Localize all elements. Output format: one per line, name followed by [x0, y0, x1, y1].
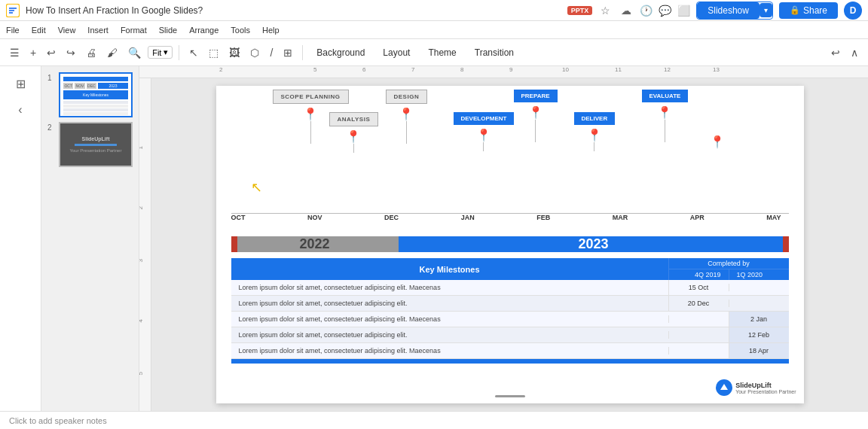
slideshow-dropdown-button[interactable]: ▾	[760, 3, 772, 17]
design-box: DESIGN	[386, 90, 428, 104]
slide-number-2: 2	[47, 122, 55, 132]
grid-icon[interactable]: ⊞	[11, 72, 30, 96]
toolbar-paint-icon[interactable]: 🖌	[103, 45, 121, 60]
milestone-date2-4: 12 Feb	[729, 327, 789, 342]
ruler-mark-9: 9	[509, 66, 512, 73]
cloud-icon: ☁	[619, 5, 634, 17]
menu-arrange[interactable]: Arrange	[189, 26, 219, 35]
thumbnail-1[interactable]: 1 OCT NOV DEC 2023 Key Milestones	[47, 72, 133, 117]
menu-bar: File Edit View Insert Format Slide Arran…	[0, 21, 868, 39]
toolbar-line-icon[interactable]: /	[266, 45, 277, 60]
expand-icon[interactable]: ⬜	[677, 5, 690, 17]
slide-canvas[interactable]: SCOPE PLANNING 📍 ANALYSIS 📍	[216, 86, 804, 403]
menu-slide[interactable]: Slide	[159, 26, 177, 35]
document-title: How To Insert An Fraction In Google Slid…	[26, 5, 561, 16]
toolbar-redo-icon[interactable]: ↪	[63, 45, 79, 60]
development-box: DEVELOPMENT	[454, 112, 515, 125]
thumbnail-2[interactable]: 2 SlideUpLift Your Presentation Partner	[47, 122, 133, 167]
right-buttons: 🕐 💬 ⬜ Slideshow ▾ 🔒 Share D	[640, 2, 862, 20]
zoom-dropdown-icon: ▾	[164, 47, 168, 57]
toolbar-undo-icon[interactable]: ↩	[43, 45, 60, 60]
ruler-mark-2: 2	[219, 66, 222, 73]
month-dec: DEC	[384, 214, 399, 221]
year-bar-2023: 2023	[399, 236, 789, 252]
milestones-footer	[231, 359, 789, 364]
completed-by-label: Completed by	[669, 258, 789, 269]
nov-vline	[353, 144, 354, 153]
milestone-date1-1: 15 Oct	[668, 280, 729, 295]
toolbar-more-icon[interactable]: ⊞	[280, 45, 296, 60]
app-icon	[6, 4, 20, 17]
completed-by-section: Completed by 4Q 2019 1Q 2020	[668, 258, 789, 280]
slide-thumb-1[interactable]: OCT NOV DEC 2023 Key Milestones	[59, 72, 133, 117]
month-nov: NOV	[307, 214, 322, 221]
toolbar-select-icon[interactable]: ⬚	[205, 45, 222, 60]
lock-icon: 🔒	[790, 5, 800, 15]
theme-button[interactable]: Theme	[420, 44, 463, 61]
mar-vline	[594, 142, 594, 151]
apr-pin: 📍	[657, 105, 672, 120]
slide-thumb-2[interactable]: SlideUpLift Your Presentation Partner	[59, 122, 133, 167]
logo-svg	[719, 382, 729, 393]
milestones-table: Key Milestones Completed by 4Q 2019 1Q 2…	[231, 258, 789, 364]
menu-help[interactable]: Help	[262, 26, 280, 35]
milestone-row-1: Lorem ipsum dolor sit amet, consectetuer…	[231, 280, 789, 296]
ruler-mark-11: 11	[615, 66, 622, 73]
milestones-title: Key Milestones	[231, 260, 668, 278]
slideshow-button[interactable]: Slideshow	[697, 2, 760, 19]
jan-col: DEVELOPMENT 📍	[454, 112, 515, 151]
notes-placeholder[interactable]: Click to add speaker notes	[9, 416, 107, 425]
milestone-text-1: Lorem ipsum dolor sit amet, consectetuer…	[231, 280, 668, 295]
month-apr: APR	[690, 214, 704, 221]
ruler-mark-5: 5	[313, 66, 316, 73]
toolbar-print-icon[interactable]: 🖨	[82, 45, 100, 60]
menu-tools[interactable]: Tools	[231, 26, 250, 35]
ruler-mark-7: 7	[411, 66, 414, 73]
toolbar-action-icon[interactable]: ↩	[827, 45, 844, 60]
evaluate-box: EVALUATE	[642, 90, 689, 102]
chat-icon[interactable]: 💬	[659, 5, 671, 17]
toolbar-expand-icon[interactable]: ∧	[847, 45, 862, 60]
toolbar-zoom-out-icon[interactable]: 🔍	[124, 45, 145, 60]
menu-view[interactable]: View	[58, 26, 76, 35]
menu-format[interactable]: Format	[121, 26, 147, 35]
milestone-text-3: Lorem ipsum dolor sit amet, consectetuer…	[231, 312, 668, 327]
star-icon[interactable]: ☆	[598, 5, 613, 17]
transition-button[interactable]: Transition	[467, 44, 521, 61]
layout-button[interactable]: Layout	[375, 44, 417, 61]
jan-pin: 📍	[476, 128, 491, 142]
ruler-mark-v-4: 4	[139, 319, 144, 322]
slideuplift-logo: SlideUpLift Your Presentation Partner	[716, 379, 796, 396]
history-icon[interactable]: 🕐	[640, 5, 653, 17]
milestone-text-4: Lorem ipsum dolor sit amet, consectetuer…	[231, 327, 668, 342]
background-button[interactable]: Background	[309, 44, 372, 61]
menu-edit[interactable]: Edit	[32, 26, 46, 35]
ruler-mark-v-3: 3	[139, 259, 144, 262]
user-avatar[interactable]: D	[844, 2, 862, 20]
notes-bar[interactable]: Click to add speaker notes	[0, 411, 868, 429]
scroll-indicator	[495, 395, 525, 397]
month-oct: OCT	[231, 214, 246, 221]
toolbar-add-icon[interactable]: +	[26, 45, 40, 60]
col1-header: 4Q 2019	[687, 269, 729, 280]
pptx-badge: PPTX	[567, 6, 593, 15]
nov-col: ANALYSIS 📍	[329, 112, 379, 153]
toolbar-shape-icon[interactable]: ⬡	[246, 45, 263, 60]
toolbar-separator-2	[302, 45, 303, 60]
arrow-left-icon[interactable]: ‹	[14, 99, 26, 121]
menu-file[interactable]: File	[6, 26, 20, 35]
dec-pin: 📍	[399, 107, 414, 121]
timeline-section: SCOPE PLANNING 📍 ANALYSIS 📍	[216, 86, 804, 236]
share-button[interactable]: 🔒 Share	[779, 2, 838, 19]
toolbar-cursor-icon[interactable]: ↖	[185, 45, 202, 60]
ruler-mark-8: 8	[460, 66, 463, 73]
zoom-selector[interactable]: Fit ▾	[148, 46, 173, 59]
zoom-value: Fit	[152, 48, 161, 57]
ruler-mark-10: 10	[562, 66, 569, 73]
prepare-box: PREPARE	[514, 90, 558, 102]
menu-insert[interactable]: Insert	[87, 26, 108, 35]
toolbar-image-icon[interactable]: 🖼	[225, 45, 243, 60]
slide-editing-area[interactable]: 2 5 6 7 8 9 10 11 12 13 1 2 3 4 5 6 7	[139, 66, 868, 411]
toolbar-menu-icon[interactable]: ☰	[6, 45, 23, 60]
logo-tagline: Your Presentation Partner	[735, 389, 796, 394]
